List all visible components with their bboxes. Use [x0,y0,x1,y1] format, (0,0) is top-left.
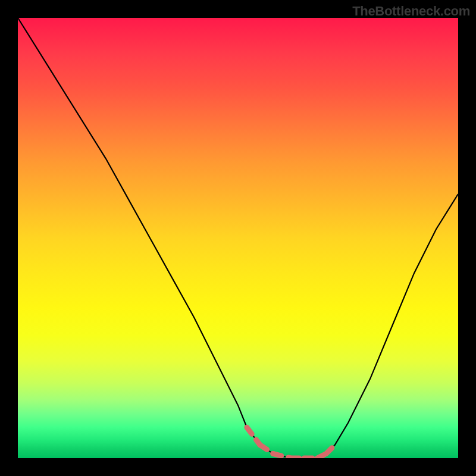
chart-container: TheBottleneck.com [0,0,476,476]
plot-area [18,18,458,458]
watermark-text: TheBottleneck.com [352,4,470,19]
gradient-background [18,18,458,458]
